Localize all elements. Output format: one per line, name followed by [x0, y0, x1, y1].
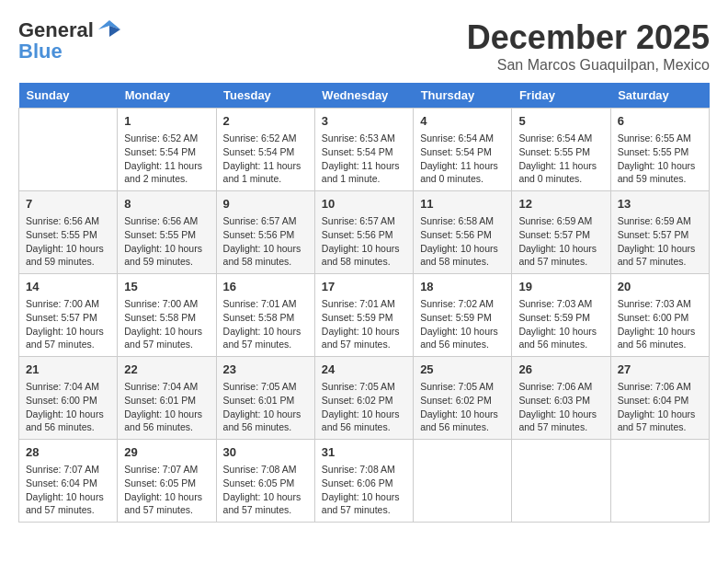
day-number: 24	[322, 362, 406, 378]
calendar-cell: 17Sunrise: 7:01 AM Sunset: 5:59 PM Dayli…	[314, 274, 413, 357]
day-number: 13	[618, 196, 702, 213]
day-info: Sunrise: 6:56 AM Sunset: 5:55 PM Dayligh…	[124, 214, 209, 269]
day-info: Sunrise: 6:59 AM Sunset: 5:57 PM Dayligh…	[618, 214, 702, 269]
day-info: Sunrise: 7:05 AM Sunset: 6:02 PM Dayligh…	[420, 380, 505, 434]
day-number: 7	[26, 196, 110, 213]
day-number: 2	[223, 113, 308, 130]
calendar-cell	[610, 440, 709, 523]
calendar-cell: 12Sunrise: 6:59 AM Sunset: 5:57 PM Dayli…	[512, 191, 610, 274]
day-info: Sunrise: 6:55 AM Sunset: 5:55 PM Dayligh…	[618, 132, 702, 186]
calendar-cell: 9Sunrise: 6:57 AM Sunset: 5:56 PM Daylig…	[216, 191, 314, 274]
calendar-cell: 1Sunrise: 6:52 AM Sunset: 5:54 PM Daylig…	[118, 109, 216, 191]
page-header: General Blue December 2025 San Marcos Gu…	[18, 18, 710, 74]
day-info: Sunrise: 7:04 AM Sunset: 6:00 PM Dayligh…	[26, 380, 110, 434]
day-info: Sunrise: 7:08 AM Sunset: 6:06 PM Dayligh…	[322, 463, 406, 517]
calendar-cell: 4Sunrise: 6:54 AM Sunset: 5:54 PM Daylig…	[414, 109, 512, 191]
day-number: 4	[420, 113, 505, 130]
calendar-cell: 22Sunrise: 7:04 AM Sunset: 6:01 PM Dayli…	[118, 357, 216, 440]
col-wednesday: Wednesday	[314, 83, 413, 109]
day-number: 9	[223, 196, 308, 213]
day-info: Sunrise: 7:07 AM Sunset: 6:05 PM Dayligh…	[124, 463, 209, 517]
day-number: 11	[420, 196, 505, 213]
day-number: 31	[322, 444, 406, 461]
col-monday: Monday	[118, 83, 216, 109]
day-number: 8	[124, 196, 209, 213]
day-info: Sunrise: 7:01 AM Sunset: 5:59 PM Dayligh…	[322, 297, 406, 351]
calendar-cell: 6Sunrise: 6:55 AM Sunset: 5:55 PM Daylig…	[610, 109, 709, 191]
week-row-2: 7Sunrise: 6:56 AM Sunset: 5:55 PM Daylig…	[19, 191, 710, 274]
day-info: Sunrise: 6:57 AM Sunset: 5:56 PM Dayligh…	[322, 214, 406, 269]
day-info: Sunrise: 6:54 AM Sunset: 5:54 PM Dayligh…	[420, 132, 505, 186]
day-info: Sunrise: 7:02 AM Sunset: 5:59 PM Dayligh…	[420, 297, 505, 351]
day-number: 16	[223, 279, 308, 295]
calendar-cell: 10Sunrise: 6:57 AM Sunset: 5:56 PM Dayli…	[314, 191, 413, 274]
calendar-cell: 2Sunrise: 6:52 AM Sunset: 5:54 PM Daylig…	[216, 109, 314, 191]
calendar-cell: 14Sunrise: 7:00 AM Sunset: 5:57 PM Dayli…	[19, 274, 118, 357]
day-number: 14	[26, 279, 110, 295]
location-subtitle: San Marcos Guaquilpan, Mexico	[467, 57, 710, 74]
calendar-cell: 20Sunrise: 7:03 AM Sunset: 6:00 PM Dayli…	[610, 274, 709, 357]
week-row-4: 21Sunrise: 7:04 AM Sunset: 6:00 PM Dayli…	[19, 357, 710, 440]
calendar-cell: 29Sunrise: 7:07 AM Sunset: 6:05 PM Dayli…	[118, 440, 216, 523]
calendar-cell: 11Sunrise: 6:58 AM Sunset: 5:56 PM Dayli…	[414, 191, 512, 274]
calendar-cell: 18Sunrise: 7:02 AM Sunset: 5:59 PM Dayli…	[414, 274, 512, 357]
day-info: Sunrise: 7:08 AM Sunset: 6:05 PM Dayligh…	[223, 463, 308, 517]
day-info: Sunrise: 6:53 AM Sunset: 5:54 PM Dayligh…	[322, 132, 406, 186]
calendar-cell: 31Sunrise: 7:08 AM Sunset: 6:06 PM Dayli…	[314, 440, 413, 523]
col-saturday: Saturday	[610, 83, 709, 109]
calendar-cell: 15Sunrise: 7:00 AM Sunset: 5:58 PM Dayli…	[118, 274, 216, 357]
day-number: 6	[618, 113, 702, 130]
calendar-cell: 19Sunrise: 7:03 AM Sunset: 5:59 PM Dayli…	[512, 274, 610, 357]
day-info: Sunrise: 7:06 AM Sunset: 6:04 PM Dayligh…	[618, 380, 702, 434]
day-number: 12	[518, 196, 603, 213]
day-number: 5	[518, 113, 603, 130]
day-info: Sunrise: 6:57 AM Sunset: 5:56 PM Dayligh…	[223, 214, 308, 269]
day-number: 18	[420, 279, 505, 295]
calendar-cell: 5Sunrise: 6:54 AM Sunset: 5:55 PM Daylig…	[512, 109, 610, 191]
day-number: 10	[322, 196, 406, 213]
col-thursday: Thursday	[414, 83, 512, 109]
day-number: 28	[26, 444, 110, 461]
calendar-cell: 26Sunrise: 7:06 AM Sunset: 6:03 PM Dayli…	[512, 357, 610, 440]
day-number: 17	[322, 279, 406, 295]
col-sunday: Sunday	[19, 83, 118, 109]
day-info: Sunrise: 7:03 AM Sunset: 5:59 PM Dayligh…	[518, 297, 603, 351]
day-info: Sunrise: 7:01 AM Sunset: 5:58 PM Dayligh…	[223, 297, 308, 351]
day-info: Sunrise: 6:54 AM Sunset: 5:55 PM Dayligh…	[518, 132, 603, 186]
calendar-cell: 7Sunrise: 6:56 AM Sunset: 5:55 PM Daylig…	[19, 191, 118, 274]
calendar-cell: 30Sunrise: 7:08 AM Sunset: 6:05 PM Dayli…	[216, 440, 314, 523]
col-friday: Friday	[512, 83, 610, 109]
calendar-cell	[19, 109, 118, 191]
day-info: Sunrise: 7:06 AM Sunset: 6:03 PM Dayligh…	[518, 380, 603, 434]
day-number: 30	[223, 444, 308, 461]
day-number: 26	[518, 362, 603, 378]
logo: General Blue	[18, 18, 122, 63]
day-info: Sunrise: 7:03 AM Sunset: 6:00 PM Dayligh…	[618, 297, 702, 351]
day-number: 25	[420, 362, 505, 378]
col-tuesday: Tuesday	[216, 83, 314, 109]
day-number: 29	[124, 444, 209, 461]
day-number: 21	[26, 362, 110, 378]
day-info: Sunrise: 6:56 AM Sunset: 5:55 PM Dayligh…	[26, 214, 110, 269]
week-row-3: 14Sunrise: 7:00 AM Sunset: 5:57 PM Dayli…	[19, 274, 710, 357]
day-info: Sunrise: 7:07 AM Sunset: 6:04 PM Dayligh…	[26, 463, 110, 517]
day-number: 20	[618, 279, 702, 295]
calendar-cell: 21Sunrise: 7:04 AM Sunset: 6:00 PM Dayli…	[19, 357, 118, 440]
week-row-1: 1Sunrise: 6:52 AM Sunset: 5:54 PM Daylig…	[19, 109, 710, 191]
logo-icon	[97, 17, 122, 42]
day-info: Sunrise: 7:04 AM Sunset: 6:01 PM Dayligh…	[124, 380, 209, 434]
day-info: Sunrise: 7:00 AM Sunset: 5:57 PM Dayligh…	[26, 297, 110, 351]
calendar-header-row: Sunday Monday Tuesday Wednesday Thursday…	[19, 83, 710, 109]
day-info: Sunrise: 6:52 AM Sunset: 5:54 PM Dayligh…	[124, 132, 209, 186]
logo-text-general: General	[18, 18, 94, 41]
calendar-cell: 16Sunrise: 7:01 AM Sunset: 5:58 PM Dayli…	[216, 274, 314, 357]
calendar-cell	[414, 440, 512, 523]
calendar-cell: 3Sunrise: 6:53 AM Sunset: 5:54 PM Daylig…	[314, 109, 413, 191]
day-info: Sunrise: 7:00 AM Sunset: 5:58 PM Dayligh…	[124, 297, 209, 351]
calendar-cell: 13Sunrise: 6:59 AM Sunset: 5:57 PM Dayli…	[610, 191, 709, 274]
day-number: 15	[124, 279, 209, 295]
day-number: 23	[223, 362, 308, 378]
calendar-cell: 28Sunrise: 7:07 AM Sunset: 6:04 PM Dayli…	[19, 440, 118, 523]
day-number: 22	[124, 362, 209, 378]
day-number: 3	[322, 113, 406, 130]
